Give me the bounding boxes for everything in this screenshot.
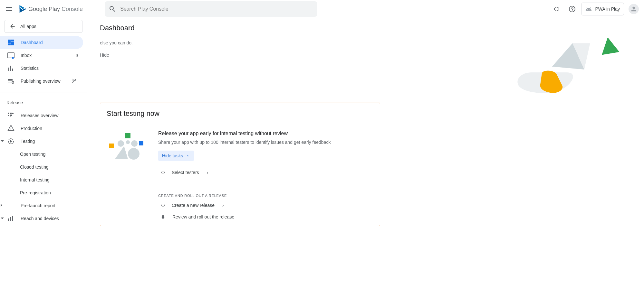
testing-illustration bbox=[107, 131, 149, 163]
svg-point-19 bbox=[126, 140, 130, 144]
svg-rect-16 bbox=[139, 141, 143, 145]
publishing-overview-icon bbox=[7, 77, 15, 85]
link-icon bbox=[553, 5, 561, 13]
card-subtitle: Share your app with up to 100 internal t… bbox=[158, 140, 331, 145]
account-name: PWA in Play bbox=[595, 6, 620, 12]
help-icon-button[interactable] bbox=[566, 3, 579, 15]
arrow-left-icon bbox=[9, 23, 16, 30]
sidebar-item-pre-launch-report[interactable]: Pre-launch report bbox=[0, 199, 83, 212]
svg-rect-6 bbox=[10, 113, 12, 114]
reach-devices-icon bbox=[7, 215, 15, 222]
section-title-start-testing: Start testing now bbox=[107, 109, 373, 118]
sidebar-item-reach-and-devices[interactable]: Reach and devices bbox=[0, 212, 83, 225]
hamburger-menu-button[interactable] bbox=[3, 3, 15, 15]
sidebar-label-publishing: Publishing overview bbox=[21, 79, 64, 84]
managed-publishing-off-icon bbox=[70, 78, 78, 84]
sidebar-label-reach-devices: Reach and devices bbox=[21, 216, 78, 221]
unread-dot-icon bbox=[12, 57, 14, 59]
android-icon bbox=[585, 6, 592, 12]
bullet-icon bbox=[161, 171, 165, 174]
page-header: Dashboard bbox=[87, 18, 644, 38]
main-content: Dashboard else you can do. Hide Start te… bbox=[87, 18, 644, 297]
svg-rect-11 bbox=[12, 216, 13, 221]
sidebar-label-inbox: Inbox bbox=[21, 53, 70, 58]
inbox-count: 9 bbox=[76, 53, 78, 58]
svg-point-22 bbox=[128, 148, 139, 160]
fragment-text: else you can do. bbox=[100, 40, 133, 45]
search-icon bbox=[109, 5, 116, 13]
sidebar: All apps Dashboard Inbox 9 Statistics bbox=[0, 18, 87, 297]
svg-rect-4 bbox=[8, 113, 9, 114]
task-create-release[interactable]: Create a new release › bbox=[158, 200, 331, 211]
task-connector bbox=[163, 178, 331, 186]
task-review-rollout: Review and roll out the release bbox=[158, 211, 331, 223]
bullet-icon bbox=[161, 204, 165, 207]
sidebar-item-testing[interactable]: Testing bbox=[0, 135, 83, 148]
link-icon-button[interactable] bbox=[550, 3, 563, 15]
svg-marker-21 bbox=[115, 146, 128, 159]
testing-icon bbox=[7, 137, 15, 145]
search-box[interactable] bbox=[105, 1, 317, 17]
hide-link[interactable]: Hide bbox=[100, 52, 133, 58]
section-header-release: Release bbox=[0, 94, 87, 109]
chevron-right-icon: › bbox=[207, 170, 208, 175]
production-icon bbox=[7, 125, 15, 132]
task-select-testers[interactable]: Select testers › bbox=[158, 167, 331, 178]
hamburger-icon bbox=[5, 5, 13, 13]
sidebar-item-publishing-overview[interactable]: Publishing overview bbox=[0, 75, 83, 88]
start-testing-card: Start testing now Release your app early bbox=[100, 103, 380, 226]
chevron-right-icon: › bbox=[222, 203, 224, 208]
profile-avatar[interactable] bbox=[629, 4, 639, 14]
sidebar-item-pre-registration[interactable]: Pre-registration bbox=[0, 186, 83, 199]
page-title: Dashboard bbox=[100, 24, 631, 32]
sidebar-item-inbox[interactable]: Inbox 9 bbox=[0, 49, 83, 62]
play-logo-icon bbox=[18, 5, 27, 14]
hide-tasks-button[interactable]: Hide tasks bbox=[158, 151, 194, 161]
releases-overview-icon bbox=[7, 112, 15, 119]
svg-marker-1 bbox=[20, 5, 26, 9]
chevron-down-icon bbox=[1, 140, 4, 144]
help-icon bbox=[568, 5, 576, 13]
sidebar-item-production[interactable]: Production bbox=[0, 122, 83, 135]
card-title: Release your app early for internal test… bbox=[158, 131, 331, 136]
sidebar-label-dashboard: Dashboard bbox=[21, 40, 78, 45]
svg-rect-17 bbox=[109, 144, 114, 148]
sidebar-item-closed-testing[interactable]: Closed testing bbox=[0, 161, 83, 173]
sidebar-item-internal-testing[interactable]: Internal testing bbox=[0, 173, 83, 186]
top-bar: Google Play Console PWA in Play bbox=[0, 0, 644, 18]
person-icon bbox=[630, 5, 637, 13]
account-switcher[interactable]: PWA in Play bbox=[581, 3, 624, 15]
sidebar-item-releases-overview[interactable]: Releases overview bbox=[0, 109, 83, 122]
statistics-icon bbox=[7, 64, 15, 72]
all-apps-button[interactable]: All apps bbox=[5, 20, 82, 33]
dashboard-icon bbox=[7, 39, 15, 46]
logo-text: Google Play Console bbox=[28, 6, 83, 13]
svg-rect-15 bbox=[125, 133, 130, 138]
search-input[interactable] bbox=[120, 6, 313, 12]
all-apps-label: All apps bbox=[20, 24, 36, 29]
svg-point-18 bbox=[118, 140, 124, 147]
sidebar-item-open-testing[interactable]: Open testing bbox=[0, 148, 83, 161]
sidebar-label-production: Production bbox=[21, 126, 78, 131]
sidebar-label-testing: Testing bbox=[21, 139, 78, 144]
chevron-down-icon bbox=[1, 218, 4, 221]
sidebar-item-dashboard[interactable]: Dashboard bbox=[0, 36, 83, 49]
play-console-logo[interactable]: Google Play Console bbox=[18, 5, 83, 14]
sidebar-label-releases-overview: Releases overview bbox=[21, 113, 78, 118]
svg-rect-5 bbox=[8, 115, 9, 116]
svg-marker-8 bbox=[10, 140, 12, 143]
svg-point-20 bbox=[131, 140, 138, 147]
sidebar-item-statistics[interactable]: Statistics bbox=[0, 62, 83, 75]
sidebar-label-statistics: Statistics bbox=[21, 66, 78, 71]
svg-rect-9 bbox=[8, 218, 9, 221]
lock-icon bbox=[161, 215, 165, 219]
chevron-right-icon bbox=[1, 204, 4, 207]
subhead-create-rollout: CREATE AND ROLL OUT A RELEASE bbox=[158, 194, 331, 198]
chevron-up-icon bbox=[186, 153, 190, 158]
sidebar-label-pre-launch-report: Pre-launch report bbox=[21, 203, 78, 208]
svg-rect-10 bbox=[10, 217, 11, 221]
